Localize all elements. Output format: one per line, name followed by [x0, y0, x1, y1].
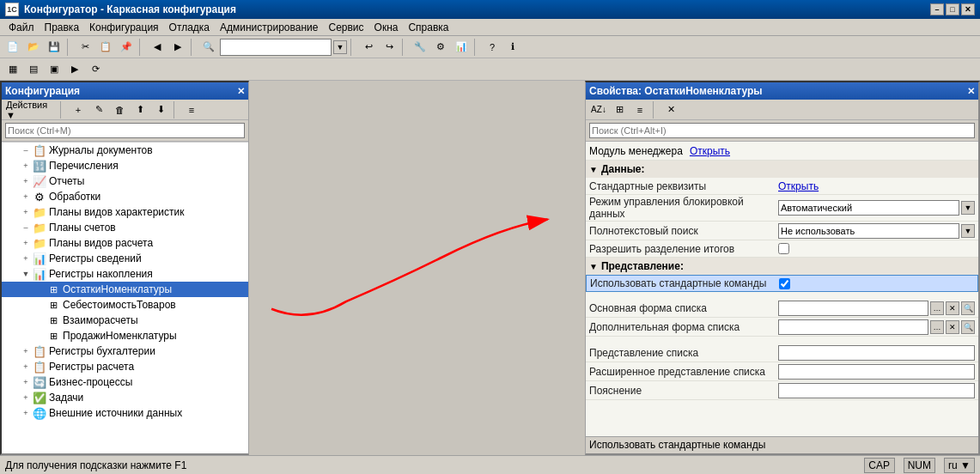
expand-enums[interactable]: + [19, 159, 33, 173]
split-totals-checkbox[interactable] [778, 243, 789, 254]
fwd-btn[interactable]: ▶ [168, 38, 187, 57]
expand-settlements[interactable] [33, 313, 46, 327]
menu-debug[interactable]: Отладка [164, 20, 215, 35]
comment-input[interactable] [778, 383, 975, 398]
search-input[interactable] [220, 39, 332, 56]
rp-sort-btn[interactable]: AZ↓ [589, 100, 608, 119]
tree-item-char-plans[interactable]: + 📁 Планы видов характеристик [2, 204, 248, 220]
expand-cost[interactable] [33, 298, 46, 312]
std-commands-checkbox[interactable] [779, 278, 790, 289]
tree-item-calc-regs[interactable]: + 📋 Регистры расчета [2, 359, 248, 374]
search-btn[interactable]: 🔍 [199, 38, 218, 57]
save-btn[interactable]: 💾 [45, 38, 64, 57]
ext-list-view-input[interactable] [778, 364, 975, 380]
right-search-input[interactable] [589, 123, 975, 138]
expand-sales[interactable] [33, 329, 46, 343]
expand-accounting-regs[interactable]: + [19, 344, 33, 358]
expand-ext-sources[interactable]: + [19, 406, 33, 420]
lp-add-btn[interactable]: + [69, 100, 88, 119]
minimize-button[interactable]: – [930, 3, 944, 15]
menu-file[interactable]: Файл [3, 20, 40, 35]
maximize-button[interactable]: □ [946, 3, 959, 15]
tb-btn-e[interactable]: 📊 [452, 38, 471, 57]
fulltext-select[interactable]: Не использовать Использовать [778, 223, 959, 239]
expand-journals[interactable]: – [19, 143, 33, 157]
tb-btn-help[interactable]: ? [483, 38, 502, 57]
main-list-form-find[interactable]: 🔍 [961, 301, 975, 315]
tb2-btn-c[interactable]: ▣ [45, 60, 64, 79]
tree-item-settlements[interactable]: ⊞ Взаиморасчеты [2, 313, 248, 328]
expand-reports[interactable]: + [19, 174, 33, 188]
copy-btn[interactable]: 📋 [96, 38, 115, 57]
tree-item-info-regs[interactable]: + 📊 Регистры сведений [2, 251, 248, 266]
menu-windows[interactable]: Окна [369, 20, 404, 35]
lp-dn-btn[interactable]: ⬇ [151, 100, 170, 119]
left-search-input[interactable] [5, 123, 245, 138]
tree-item-sales[interactable]: ⊞ ПродажиНоменклатуры [2, 328, 248, 343]
menu-help[interactable]: Справка [403, 20, 453, 35]
tb-btn-d[interactable]: ⚙ [431, 38, 450, 57]
add-list-form-input[interactable] [778, 319, 928, 335]
tb2-btn-b[interactable]: ▤ [24, 60, 43, 79]
lp-up-btn[interactable]: ⬆ [131, 100, 149, 119]
lp-del-btn[interactable]: 🗑 [110, 100, 129, 119]
expand-tasks[interactable]: + [19, 391, 33, 404]
expand-calc-regs[interactable]: + [19, 360, 33, 374]
menu-edit[interactable]: Правка [40, 20, 85, 35]
menu-config[interactable]: Конфигурация [84, 20, 164, 35]
cut-btn[interactable]: ✂ [76, 38, 94, 57]
open-btn[interactable]: 📂 [24, 38, 43, 57]
tree-item-enums[interactable]: + 🔢 Перечисления [2, 158, 248, 173]
menu-admin[interactable]: Администрирование [215, 20, 323, 35]
lp-filter-btn[interactable]: ≡ [182, 100, 201, 119]
back-btn[interactable]: ◀ [148, 38, 167, 57]
add-list-form-find[interactable]: 🔍 [961, 320, 975, 334]
tb-btn-b[interactable]: ↪ [380, 38, 399, 57]
expand-remainders[interactable] [33, 283, 46, 296]
main-list-form-search[interactable]: ✕ [946, 301, 959, 315]
expand-processing[interactable]: + [19, 190, 33, 204]
tb-btn-info[interactable]: ℹ [503, 38, 522, 57]
expand-char-plans[interactable]: + [19, 205, 33, 219]
rp-close-btn[interactable]: ✕ [661, 100, 680, 119]
tb2-run[interactable]: ▶ [65, 60, 84, 79]
tb2-btn-e[interactable]: ⟳ [86, 60, 105, 79]
right-panel-close[interactable]: ✕ [967, 86, 975, 97]
tree-item-calc-plans[interactable]: + 📁 Планы видов расчета [2, 235, 248, 251]
rp-grid-btn[interactable]: ⊞ [610, 100, 629, 119]
tb-btn-c[interactable]: 🔧 [411, 38, 429, 57]
tree-item-reports[interactable]: + 📈 Отчеты [2, 173, 248, 189]
tree-item-account-plans[interactable]: – 📁 Планы счетов [2, 220, 248, 235]
tree-item-accum-regs[interactable]: ▼ 📊 Регистры накопления [2, 266, 248, 282]
lock-mode-select[interactable]: Автоматический Управляемый [778, 200, 959, 216]
main-list-form-input[interactable] [778, 301, 928, 316]
close-button[interactable]: ✕ [961, 3, 975, 15]
menu-service[interactable]: Сервис [323, 20, 368, 35]
tree-item-processing[interactable]: + ⚙ Обработки [2, 189, 248, 204]
left-panel-close[interactable]: ✕ [237, 86, 245, 97]
expand-accum-regs[interactable]: ▼ [19, 267, 33, 281]
tree-item-ext-sources[interactable]: + 🌐 Внешние источники данных [2, 405, 248, 421]
expand-calc-plans[interactable]: + [19, 236, 33, 250]
search-dropdown[interactable]: ▼ [333, 40, 347, 54]
new-btn[interactable]: 📄 [3, 38, 22, 57]
tree-item-accounting-regs[interactable]: + 📋 Регистры бухгалтерии [2, 343, 248, 359]
std-requisites-link[interactable]: Открыть [778, 180, 819, 192]
tree-item-biz-proc[interactable]: + 🔄 Бизнес-процессы [2, 374, 248, 390]
tree-item-journals[interactable]: – 📋 Журналы документов [2, 143, 248, 158]
expand-account-plans[interactable]: – [19, 221, 33, 234]
list-view-input[interactable] [778, 345, 975, 361]
add-list-form-x[interactable]: ✕ [946, 320, 959, 334]
tb2-btn-a[interactable]: ▦ [3, 60, 22, 79]
lang-indicator[interactable]: ru ▼ [944, 458, 975, 473]
tb-btn-a[interactable]: ↩ [359, 38, 378, 57]
lock-mode-dropdown[interactable]: ▼ [961, 201, 975, 215]
tree-item-tasks[interactable]: + ✅ Задачи [2, 390, 248, 405]
expand-info-regs[interactable]: + [19, 252, 33, 265]
fulltext-dropdown[interactable]: ▼ [961, 224, 975, 238]
tree-item-remainders[interactable]: ⊞ ОстаткиНоменклатуры [2, 282, 248, 297]
expand-biz-proc[interactable]: + [19, 375, 33, 389]
lp-actions-btn[interactable]: Действия ▼ [5, 100, 57, 119]
tree-item-cost[interactable]: ⊞ СебестоимостьТоваров [2, 297, 248, 313]
module-open-link[interactable]: Открыть [690, 145, 730, 157]
